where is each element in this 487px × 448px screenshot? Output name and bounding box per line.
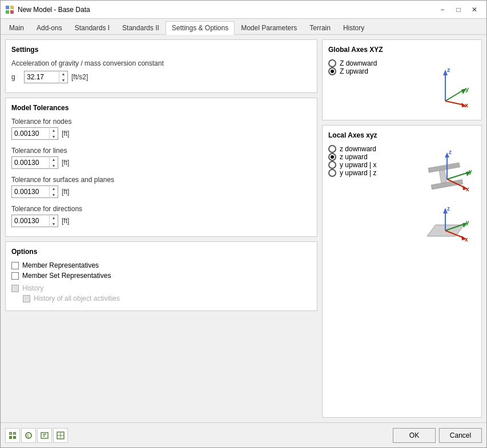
- tolerance-lines-down[interactable]: ▼: [50, 163, 58, 169]
- bottom-icons: 0 0 $: [5, 428, 68, 443]
- app-icon: [5, 5, 14, 14]
- minimize-button[interactable]: −: [435, 4, 450, 15]
- options-title: Options: [11, 248, 311, 256]
- tolerance-surfaces-row: Tolerance for surfaces and planes ▲ ▼ [f…: [11, 176, 311, 198]
- radio-local-z-upward-label: z upward: [340, 153, 368, 161]
- local-diagrams: z y x: [418, 145, 476, 251]
- tolerance-directions-spinbox: ▲ ▼: [11, 215, 58, 227]
- tolerance-surfaces-down[interactable]: ▼: [50, 192, 58, 198]
- bottom-action-btns: OK Cancel: [393, 428, 482, 443]
- title-bar-buttons: − □ ✕: [435, 4, 482, 15]
- tolerance-surfaces-input[interactable]: [12, 186, 49, 197]
- title-bar: New Model - Base Data − □ ✕: [1, 1, 486, 19]
- toolbar-btn-4[interactable]: [53, 428, 68, 443]
- radio-local-z-upward-circle[interactable]: [328, 153, 336, 161]
- tolerance-nodes-up[interactable]: ▲: [50, 127, 58, 134]
- radio-local-z-downward-circle[interactable]: [328, 145, 336, 153]
- checkbox-history-all-label: History of all object activities: [34, 294, 120, 302]
- tolerance-lines-unit: [ft]: [62, 159, 69, 167]
- tolerance-surfaces-label: Tolerance for surfaces and planes: [11, 176, 311, 184]
- svg-rect-3: [10, 10, 14, 14]
- checkbox-member-reps[interactable]: Member Representatives: [11, 261, 311, 269]
- svg-text:y: y: [466, 219, 469, 225]
- radio-z-downward-circle[interactable]: [328, 59, 336, 67]
- tab-main[interactable]: Main: [3, 21, 30, 34]
- tab-standards2[interactable]: Standards II: [116, 21, 166, 34]
- tolerance-directions-down[interactable]: ▼: [50, 221, 58, 227]
- toolbar-btn-2[interactable]: $: [21, 428, 36, 443]
- tolerance-nodes-spinbox: ▲ ▼: [11, 127, 58, 140]
- svg-text:y: y: [465, 86, 469, 92]
- global-axes-title: Global Axes XYZ: [328, 46, 476, 54]
- svg-text:z: z: [447, 205, 450, 212]
- ok-button[interactable]: OK: [393, 428, 436, 443]
- checkbox-history-all-box[interactable]: [23, 295, 30, 302]
- global-axes-content: Z downward Z upward z: [328, 59, 476, 114]
- svg-text:y: y: [469, 168, 472, 175]
- global-axes-radios: Z downward Z upward: [328, 59, 410, 75]
- radio-z-downward[interactable]: Z downward: [328, 59, 410, 67]
- local-axes-title: Local Axes xyz: [328, 131, 476, 139]
- tab-addons[interactable]: Add-ons: [30, 21, 69, 34]
- tab-standards1[interactable]: Standards I: [69, 21, 116, 34]
- tolerance-surfaces-up[interactable]: ▲: [50, 185, 58, 192]
- gravity-up-arrow[interactable]: ▲: [59, 71, 67, 77]
- tab-terrain[interactable]: Terrain: [303, 21, 337, 34]
- tolerance-lines-up[interactable]: ▲: [50, 156, 58, 163]
- radio-local-z-downward[interactable]: z downward: [328, 145, 414, 153]
- global-axes-section: Global Axes XYZ Z downward Z upward: [322, 39, 482, 120]
- tolerance-nodes-field: ▲ ▼ [ft]: [11, 127, 311, 140]
- checkbox-member-reps-box[interactable]: [11, 262, 19, 269]
- gravity-down-arrow[interactable]: ▼: [59, 77, 67, 83]
- options-section: Options Member Representatives Member Se…: [5, 241, 317, 311]
- svg-rect-43: [41, 433, 48, 438]
- svg-rect-0: [6, 6, 9, 9]
- tolerance-directions-up[interactable]: ▲: [50, 215, 58, 221]
- maximize-button[interactable]: □: [451, 4, 466, 15]
- tolerance-directions-label: Tolerance for directions: [11, 205, 311, 213]
- radio-local-y-upward-z[interactable]: y upward | z: [328, 169, 414, 177]
- tolerance-nodes-input[interactable]: [12, 128, 49, 139]
- radio-local-y-upward-x[interactable]: y upward | x: [328, 161, 414, 169]
- local-axes-radios: z downward z upward y upward | x y: [328, 145, 414, 177]
- radio-local-z-downward-label: z downward: [340, 145, 376, 153]
- checkbox-history[interactable]: History: [11, 284, 311, 292]
- radio-local-y-upward-z-circle[interactable]: [328, 169, 336, 177]
- radio-local-y-upward-x-circle[interactable]: [328, 161, 336, 169]
- settings-section: Settings Acceleration of gravity / mass …: [5, 39, 317, 93]
- svg-rect-38: [13, 436, 16, 439]
- tolerance-directions-input[interactable]: [12, 215, 49, 227]
- tab-settings[interactable]: Settings & Options: [166, 21, 235, 35]
- tab-modelparams[interactable]: Model Parameters: [235, 21, 303, 34]
- checkbox-member-set-reps-label: Member Set Representatives: [22, 272, 111, 280]
- window-title: New Model - Base Data: [18, 6, 435, 14]
- checkbox-member-set-reps[interactable]: Member Set Representatives: [11, 272, 311, 280]
- checkbox-member-set-reps-box[interactable]: [11, 272, 19, 280]
- radio-local-y-upward-x-label: y upward | x: [340, 161, 376, 169]
- cancel-button[interactable]: Cancel: [439, 428, 482, 443]
- close-button[interactable]: ✕: [467, 4, 482, 15]
- tolerance-lines-label: Tolerance for lines: [11, 147, 311, 155]
- radio-z-upward[interactable]: Z upward: [328, 67, 410, 75]
- radio-z-upward-circle[interactable]: [328, 67, 336, 75]
- toolbar-btn-3[interactable]: [37, 428, 52, 443]
- tolerance-lines-input[interactable]: [12, 157, 49, 168]
- tolerance-nodes-down[interactable]: ▼: [50, 134, 58, 140]
- svg-text:x: x: [465, 236, 468, 243]
- tolerance-nodes-label: Tolerance for nodes: [11, 118, 311, 126]
- radio-local-z-upward[interactable]: z upward: [328, 153, 414, 161]
- gravity-input[interactable]: [25, 71, 59, 83]
- tolerance-surfaces-arrows: ▲ ▼: [49, 185, 58, 198]
- beam-diagram: z y x: [418, 145, 476, 199]
- main-content: Settings Acceleration of gravity / mass …: [1, 35, 486, 422]
- toolbar-btn-1[interactable]: 0 0: [5, 428, 20, 443]
- main-window: New Model - Base Data − □ ✕ Main Add-ons…: [0, 0, 487, 448]
- checkbox-history-box[interactable]: [11, 285, 19, 292]
- tolerance-directions-unit: [ft]: [62, 217, 69, 225]
- radio-z-upward-label: Z upward: [340, 67, 368, 75]
- tolerance-lines-row: Tolerance for lines ▲ ▼ [ft]: [11, 147, 311, 169]
- tab-history[interactable]: History: [337, 21, 371, 34]
- checkbox-history-all[interactable]: History of all object activities: [11, 294, 311, 302]
- gravity-unit: [ft/s2]: [71, 73, 88, 81]
- svg-text:z: z: [447, 66, 450, 73]
